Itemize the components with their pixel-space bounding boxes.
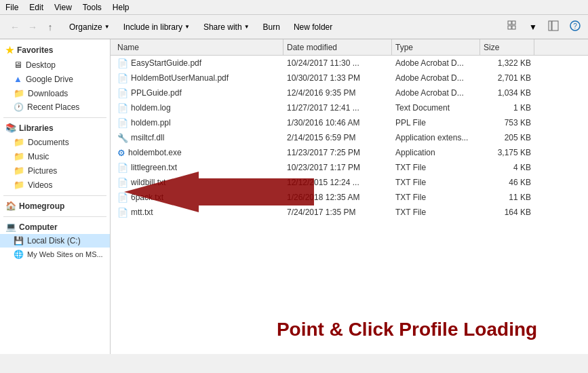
sidebar-item-localdisk[interactable]: 💾 Local Disk (C:) xyxy=(0,234,110,248)
favorites-section: ★ Favorites 🖥 Desktop ▲ Google Drive 📁 D… xyxy=(0,43,110,114)
sidebar-item-googledrive[interactable]: ▲ Google Drive xyxy=(0,72,110,86)
col-header-name[interactable]: Name xyxy=(114,39,283,55)
sidebar-item-music[interactable]: 📁 Music xyxy=(0,149,110,163)
file-name: ⚙ holdembot.exe xyxy=(114,148,283,158)
col-header-date[interactable]: Date modified xyxy=(283,39,392,55)
organize-dropdown-arrow: ▼ xyxy=(104,24,110,30)
file-size: 164 KB xyxy=(480,208,534,217)
sidebar-item-downloads[interactable]: 📁 Downloads xyxy=(0,86,110,100)
file-date: 10/30/2017 1:33 PM xyxy=(283,73,392,83)
table-row[interactable]: 📄 HoldemBotUserManual.pdf 10/30/2017 1:3… xyxy=(111,71,588,85)
new-folder-button[interactable]: New folder xyxy=(288,18,338,37)
forward-button[interactable]: → xyxy=(24,19,41,35)
menu-edit[interactable]: Edit xyxy=(24,1,49,14)
col-header-size[interactable]: Size xyxy=(480,39,534,55)
file-icon: 📄 xyxy=(117,103,128,113)
table-row[interactable]: 📄 mtt.txt 7/24/2017 1:35 PM TXT File 164… xyxy=(111,205,588,220)
table-row[interactable]: ⚙ holdembot.exe 11/23/2017 7:25 PM Appli… xyxy=(111,145,588,160)
libraries-section: 📚 Libraries 📁 Documents 📁 Music 📁 Pictur… xyxy=(0,121,110,192)
music-icon: 📁 xyxy=(14,151,24,161)
svg-rect-4 xyxy=(549,21,551,31)
view-dropdown-button[interactable]: ▼ xyxy=(525,20,541,35)
table-row[interactable]: 📄 6pack.txt 1/26/2018 12:35 AM TXT File … xyxy=(111,190,588,205)
svg-rect-0 xyxy=(508,21,511,24)
desktop-icon: 🖥 xyxy=(14,60,22,70)
burn-button[interactable]: Burn xyxy=(257,18,286,37)
homegroup-icon: 🏠 xyxy=(5,201,16,211)
file-type: Adobe Acrobat D... xyxy=(392,73,480,83)
sidebar-item-pictures[interactable]: 📁 Pictures xyxy=(0,163,110,178)
table-row[interactable]: 📄 EasyStartGuide.pdf 10/24/2017 11:30 ..… xyxy=(111,56,588,71)
col-header-type[interactable]: Type xyxy=(392,39,480,55)
table-row[interactable]: 📄 holdem.ppl 1/30/2016 10:46 AM PPL File… xyxy=(111,115,588,130)
file-type: TXT File xyxy=(392,163,480,172)
file-type: TXT File xyxy=(392,208,480,217)
file-size: 46 KB xyxy=(480,178,534,187)
file-date: 10/23/2017 1:17 PM xyxy=(283,163,392,172)
file-date: 7/24/2017 1:35 PM xyxy=(283,208,392,217)
file-size: 4 KB xyxy=(480,163,534,172)
dll-icon: 🔧 xyxy=(117,133,128,143)
menu-view[interactable]: View xyxy=(49,1,77,14)
organize-button[interactable]: Organize ▼ xyxy=(63,18,116,37)
file-type: TXT File xyxy=(392,193,480,202)
file-date: 11/27/2017 12:41 ... xyxy=(283,103,392,113)
favorites-header[interactable]: ★ Favorites xyxy=(0,43,110,58)
libraries-header[interactable]: 📚 Libraries xyxy=(0,121,110,135)
sidebar-item-recentplaces[interactable]: 🕐 Recent Places xyxy=(0,100,110,114)
annotation-label: Point & Click Profile Loading xyxy=(226,319,588,340)
table-row[interactable]: 🔧 msiltcf.dll 2/14/2015 6:59 PM Applicat… xyxy=(111,130,588,145)
view-options-button[interactable] xyxy=(503,18,522,36)
file-icon: 📄 xyxy=(117,178,128,188)
pdf-icon: 📄 xyxy=(117,88,128,98)
table-row[interactable]: 📄 PPLGuide.pdf 12/4/2016 9:35 PM Adobe A… xyxy=(111,85,588,100)
file-type: PPL File xyxy=(392,118,480,127)
pdf-icon: 📄 xyxy=(117,58,128,68)
file-size: 205 KB xyxy=(480,133,534,142)
pdf-icon: 📄 xyxy=(117,73,128,83)
file-size: 753 KB xyxy=(480,118,534,127)
downloads-folder-icon: 📁 xyxy=(14,88,24,98)
file-name: 📄 littlegreen.txt xyxy=(114,163,283,173)
toolbar-right: ▼ ? xyxy=(503,18,585,36)
file-date: 2/14/2015 6:59 PM xyxy=(283,133,392,142)
back-button[interactable]: ← xyxy=(7,19,23,35)
file-name: 📄 PPLGuide.pdf xyxy=(114,88,283,98)
sidebar: ★ Favorites 🖥 Desktop ▲ Google Drive 📁 D… xyxy=(0,39,111,354)
sidebar-item-desktop[interactable]: 🖥 Desktop xyxy=(0,58,110,72)
computer-header[interactable]: 💻 Computer xyxy=(0,220,110,234)
file-size: 11 KB xyxy=(480,193,534,202)
sidebar-item-websitesonms[interactable]: 🌐 My Web Sites on MS... xyxy=(0,248,110,261)
divider-3 xyxy=(3,216,106,217)
star-icon: ★ xyxy=(5,45,14,56)
help-icon: ? xyxy=(570,20,581,31)
homegroup-header[interactable]: 🏠 Homegroup xyxy=(0,199,110,213)
menu-tools[interactable]: Tools xyxy=(77,1,107,14)
file-date: 12/12/2015 12:24 ... xyxy=(283,178,392,187)
help-button[interactable]: ? xyxy=(566,18,585,36)
documents-icon: 📁 xyxy=(14,137,24,147)
share-with-button[interactable]: Share with ▼ xyxy=(197,18,256,37)
pane-icon xyxy=(548,20,559,31)
file-name: 📄 6pack.txt xyxy=(114,193,283,203)
include-library-button[interactable]: Include in library ▼ xyxy=(117,18,196,37)
toggle-pane-button[interactable] xyxy=(544,18,563,36)
file-icon: 📄 xyxy=(117,208,128,218)
main-layout: ★ Favorites 🖥 Desktop ▲ Google Drive 📁 D… xyxy=(0,39,588,354)
up-button[interactable]: ↑ xyxy=(42,19,58,35)
svg-text:?: ? xyxy=(573,22,577,30)
file-name: 📄 EasyStartGuide.pdf xyxy=(114,58,283,68)
sidebar-item-documents[interactable]: 📁 Documents xyxy=(0,135,110,149)
table-row[interactable]: 📄 wildbill.txt 12/12/2015 12:24 ... TXT … xyxy=(111,175,588,190)
nav-arrows: ← → ↑ xyxy=(3,19,62,35)
table-row[interactable]: 📄 holdem.log 11/27/2017 12:41 ... Text D… xyxy=(111,100,588,115)
menu-help[interactable]: Help xyxy=(107,1,135,14)
table-row[interactable]: 📄 littlegreen.txt 10/23/2017 1:17 PM TXT… xyxy=(111,160,588,175)
sidebar-item-videos[interactable]: 📁 Videos xyxy=(0,178,110,192)
file-type: TXT File xyxy=(392,178,480,187)
file-date: 10/24/2017 11:30 ... xyxy=(283,58,392,68)
computer-icon: 💻 xyxy=(5,222,16,232)
menu-file[interactable]: File xyxy=(0,1,24,14)
divider-2 xyxy=(3,195,106,196)
svg-rect-5 xyxy=(552,21,558,31)
